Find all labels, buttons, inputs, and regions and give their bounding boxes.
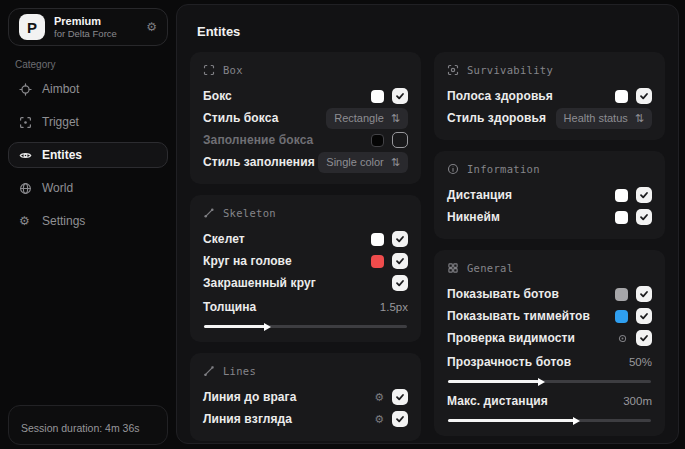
card-title: General (467, 262, 513, 274)
dropdown-value: Single color (326, 156, 383, 168)
app-title: Premium (54, 15, 117, 28)
checkbox[interactable] (392, 411, 408, 427)
color-swatch[interactable] (371, 90, 384, 103)
sidebar-item-settings[interactable]: ⚙ Settings (8, 208, 168, 234)
card-title: Skeleton (223, 207, 276, 219)
check-icon (395, 414, 405, 424)
check-icon (395, 234, 405, 244)
setting-label: Никнейм (447, 210, 500, 224)
thickness-slider[interactable] (204, 325, 407, 328)
sort-arrows-icon: ⇅ (391, 157, 400, 168)
checkbox[interactable] (636, 88, 652, 104)
category-label: Category (15, 59, 161, 70)
lines-card: Lines Линия до врага ⚙ Линия взгляда ⚙ (190, 353, 421, 441)
color-swatch[interactable] (615, 189, 628, 202)
color-swatch[interactable] (371, 255, 384, 268)
checkbox[interactable] (392, 231, 408, 247)
sidebar-item-label: Aimbot (42, 82, 79, 96)
checkbox[interactable] (636, 187, 652, 203)
app-logo-card[interactable]: P Premium for Delta Force ⚙ (8, 8, 168, 46)
card-title: Survivability (467, 64, 553, 76)
checkbox[interactable] (636, 330, 652, 346)
max-distance-slider[interactable] (448, 419, 651, 422)
check-icon (639, 91, 649, 101)
color-swatch[interactable] (371, 233, 384, 246)
box-style-dropdown[interactable]: Rectangle ⇅ (326, 108, 408, 129)
skeleton-card-header: Skeleton (203, 207, 408, 219)
setting-row-box: Бокс (203, 85, 408, 107)
sidebar: P Premium for Delta Force ⚙ Category Aim… (0, 0, 176, 449)
health-style-dropdown[interactable]: Health status ⇅ (556, 108, 652, 129)
main-panel: Entites Box Бокс (176, 4, 679, 444)
setting-row-bot-opacity: Прозрачность ботов 50% (447, 351, 652, 383)
sidebar-item-entites[interactable]: Entites (8, 142, 168, 168)
sidebar-item-trigget[interactable]: Trigget (8, 109, 168, 135)
setting-row-box-style: Стиль бокса Rectangle ⇅ (203, 107, 408, 129)
line-icon (203, 365, 215, 377)
setting-row-box-fill: Заполнение бокса (203, 129, 408, 151)
gear-icon[interactable]: ⚙ (146, 20, 157, 34)
check-icon (395, 392, 405, 402)
setting-label: Заполнение бокса (203, 133, 313, 147)
color-swatch[interactable] (615, 310, 628, 323)
session-duration-text: Session duration: 4m 36s (21, 422, 139, 434)
slider-thumb[interactable] (538, 378, 545, 386)
setting-row-show-teammates: Показывать тиммейтов (447, 305, 652, 327)
slider-thumb[interactable] (264, 323, 271, 331)
sidebar-item-world[interactable]: World (8, 175, 168, 201)
setting-label: Дистанция (447, 188, 512, 202)
setting-row-enemy-line: Линия до врага ⚙ (203, 386, 408, 408)
color-swatch[interactable] (615, 288, 628, 301)
checkbox[interactable] (636, 308, 652, 324)
check-icon (395, 256, 405, 266)
setting-row-thickness: Толщина 1.5px (203, 296, 408, 328)
checkbox[interactable] (392, 88, 408, 104)
checkbox[interactable] (636, 209, 652, 225)
setting-label: Макс. дистанция (447, 394, 548, 408)
focus-icon (447, 64, 459, 76)
setting-label: Скелет (203, 232, 245, 246)
setting-label: Закрашенный круг (203, 276, 316, 290)
sort-arrows-icon: ⇅ (635, 113, 644, 124)
card-title: Information (467, 163, 540, 175)
setting-label: Стиль заполнения (203, 155, 315, 169)
checkbox[interactable] (392, 275, 408, 291)
checkbox[interactable] (392, 389, 408, 405)
scan-box-icon (203, 64, 215, 76)
setting-row-head-circle: Круг на голове (203, 250, 408, 272)
color-swatch[interactable] (615, 90, 628, 103)
color-swatch[interactable] (371, 134, 384, 147)
slider-value: 50% (629, 356, 652, 368)
checkbox[interactable] (392, 132, 408, 148)
sidebar-item-aimbot[interactable]: Aimbot (8, 76, 168, 102)
color-swatch[interactable] (615, 211, 628, 224)
setting-label: Бокс (203, 89, 232, 103)
card-title: Lines (223, 365, 256, 377)
fill-style-dropdown[interactable]: Single color ⇅ (318, 152, 408, 173)
setting-label: Линия взгляда (203, 412, 292, 426)
target-icon (19, 116, 32, 129)
setting-row-view-line: Линия взгляда ⚙ (203, 408, 408, 430)
visibility-icon[interactable] (617, 333, 628, 344)
setting-row-nickname: Никнейм (447, 206, 652, 228)
slider-thumb[interactable] (573, 417, 580, 425)
gear-icon[interactable]: ⚙ (374, 414, 384, 425)
dropdown-value: Rectangle (334, 112, 384, 124)
information-card: Information Дистанция Никнейм (434, 151, 665, 239)
dropdown-value: Health status (564, 112, 628, 124)
bot-opacity-slider[interactable] (448, 380, 651, 383)
check-icon (395, 91, 405, 101)
check-icon (639, 289, 649, 299)
setting-label: Круг на голове (203, 254, 292, 268)
box-card-header: Box (203, 64, 408, 76)
checkbox[interactable] (392, 253, 408, 269)
gear-icon: ⚙ (19, 214, 32, 228)
sort-arrows-icon: ⇅ (391, 113, 400, 124)
check-icon (639, 311, 649, 321)
setting-row-max-distance: Макс. дистанция 300m (447, 390, 652, 422)
checkbox[interactable] (636, 286, 652, 302)
setting-row-filled-circle: Закрашенный круг (203, 272, 408, 294)
check-icon (639, 212, 649, 222)
gear-icon[interactable]: ⚙ (374, 392, 384, 403)
session-duration-card: Session duration: 4m 36s (8, 405, 168, 445)
